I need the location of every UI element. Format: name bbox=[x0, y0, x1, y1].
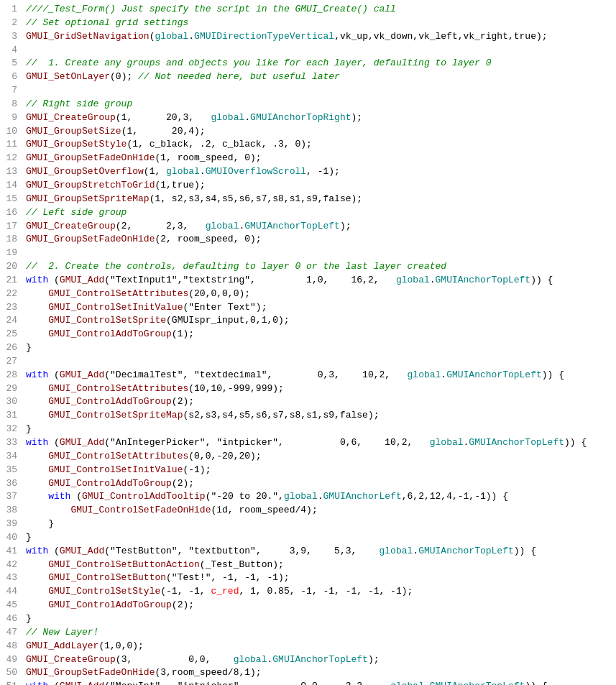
code-token: global bbox=[408, 369, 441, 380]
code-token: 2. Create the controls, defaulting to la… bbox=[42, 261, 446, 272]
code-line: 6GMUI_SetOnLayer(0); // Not needed here,… bbox=[0, 70, 616, 84]
code-token: (1, 20,4); bbox=[121, 126, 206, 137]
code-token: with bbox=[26, 369, 48, 380]
code-token: GMUI_GridSetNavigation bbox=[26, 31, 150, 42]
line-number: 10 bbox=[6, 125, 26, 139]
line-content: GMUI_ControlSetInitValue("Enter Text"); bbox=[26, 301, 267, 315]
code-token: (0,0,-20,20); bbox=[188, 451, 261, 461]
code-line: 29 GMUI_ControlSetAttributes(10,10,-999,… bbox=[0, 382, 616, 396]
code-token: GMUI_ControlSetFadeOnHide bbox=[26, 505, 211, 515]
code-token: (1); bbox=[172, 328, 194, 339]
code-line: 28with (GMUI_Add("DecimalTest", "textdec… bbox=[0, 369, 616, 382]
code-token: GMUI_ControlSetSprite bbox=[26, 315, 166, 326]
line-content: GMUI_GroupSetFadeOnHide(1, room_speed, 0… bbox=[26, 152, 262, 165]
line-number: 21 bbox=[6, 274, 26, 288]
code-token: GMUI_ControlSetStyle bbox=[26, 586, 160, 597]
code-token: GMUI_ControlSetInitValue bbox=[26, 302, 183, 313]
code-token: GMUI_Add bbox=[60, 275, 104, 285]
code-line: 50GMUI_GroupSetFadeOnHide(3,room_speed/8… bbox=[0, 666, 616, 680]
line-content: with (GMUI_Add("TestButton", "textbutton… bbox=[26, 545, 536, 558]
code-token: global bbox=[390, 681, 424, 685]
code-token bbox=[26, 491, 48, 502]
code-token: (0); bbox=[110, 71, 138, 82]
code-token: )) { bbox=[525, 681, 547, 685]
code-token: with bbox=[26, 546, 48, 556]
line-number: 19 bbox=[6, 247, 26, 260]
code-token: global bbox=[155, 31, 188, 42]
code-token: Just specify the script in the GMUI_Crea… bbox=[116, 4, 396, 14]
line-number: 24 bbox=[6, 314, 26, 328]
code-token: (id, room_speed/4); bbox=[211, 505, 317, 515]
line-number: 4 bbox=[6, 44, 26, 58]
code-token: GMUI_GroupSetSpriteMap bbox=[26, 193, 150, 204]
code-token: GMUIAnchorTopLeft bbox=[436, 275, 531, 285]
code-token: (3, 0,0, bbox=[116, 654, 234, 665]
code-token: (1, 20,3, bbox=[116, 112, 211, 123]
line-content: // 1. Create any groups and objects you … bbox=[26, 57, 492, 70]
code-token: GMUI_Add bbox=[60, 546, 104, 556]
code-line: 36 GMUI_ControlAddToGroup(2); bbox=[0, 477, 616, 491]
code-line: 34 GMUI_ControlSetAttributes(0,0,-20,20)… bbox=[0, 450, 616, 464]
line-content: GMUI_GroupSetStyle(1, c_black, .2, c_bla… bbox=[26, 138, 312, 152]
code-token: GMUIOverflowScroll bbox=[206, 166, 306, 177]
code-line: 11GMUI_GroupSetStyle(1, c_black, .2, c_b… bbox=[0, 138, 616, 152]
code-token: global bbox=[430, 437, 464, 448]
line-number: 13 bbox=[6, 165, 26, 179]
line-number: 41 bbox=[6, 545, 26, 558]
code-line: 10GMUI_GroupSetSize(1, 20,4); bbox=[0, 125, 616, 139]
line-number: 15 bbox=[6, 193, 26, 206]
line-content: // Left side group bbox=[26, 206, 127, 220]
line-number: 43 bbox=[6, 571, 26, 585]
code-line: 12GMUI_GroupSetFadeOnHide(1, room_speed,… bbox=[0, 152, 616, 165]
code-token: global bbox=[211, 112, 244, 123]
code-token: GMUI_GroupSetFadeOnHide bbox=[26, 152, 155, 163]
line-content: with (GMUI_Add("DecimalTest", "textdecim… bbox=[26, 369, 564, 382]
code-line: 43 GMUI_ControlSetButton("Test!", -1, -1… bbox=[0, 571, 616, 585]
code-token: GMUI_ControlSetAttributes bbox=[26, 288, 188, 299]
code-line: 16// Left side group bbox=[0, 206, 616, 220]
code-token: GMUI_ControlSetAttributes bbox=[26, 451, 188, 461]
line-number: 50 bbox=[6, 666, 26, 680]
line-content: GMUI_CreateGroup(3, 0,0, global.GMUIAnch… bbox=[26, 653, 380, 667]
code-line: 21with (GMUI_Add("TextInput1","textstrin… bbox=[0, 274, 616, 288]
code-token: //// bbox=[26, 4, 48, 14]
code-token: GMUI_Add bbox=[60, 369, 104, 380]
line-content: GMUI_ControlSetSprite(GMUIspr_input,0,1,… bbox=[26, 314, 290, 328]
line-content: // Right side group bbox=[26, 98, 132, 111]
line-number: 3 bbox=[6, 30, 26, 44]
line-number: 17 bbox=[6, 220, 26, 234]
line-content: GMUI_ControlSetSpriteMap(s2,s3,s4,s5,s6,… bbox=[26, 409, 379, 423]
line-number: 32 bbox=[6, 423, 26, 436]
code-line: 14GMUI_GroupStretchToGrid(1,true); bbox=[0, 179, 616, 193]
code-token: . bbox=[413, 546, 418, 556]
code-token: (s2,s3,s4,s5,s6,s7,s8,s1,s9,false); bbox=[183, 410, 379, 420]
code-token: GMUI_GroupSetFadeOnHide bbox=[26, 234, 155, 244]
code-token: with bbox=[26, 275, 48, 285]
line-number: 26 bbox=[6, 341, 26, 355]
line-content: GMUI_GroupStretchToGrid(1,true); bbox=[26, 179, 206, 193]
code-token: GMUIDirectionTypeVertical bbox=[194, 31, 334, 42]
code-line: 51with (GMUI_Add("MenuInt", "intpicker",… bbox=[0, 680, 616, 685]
code-line: 8// Right side group bbox=[0, 98, 616, 111]
line-number: 11 bbox=[6, 138, 26, 152]
line-content: GMUI_ControlAddToGroup(2); bbox=[26, 599, 194, 612]
code-line: 35 GMUI_ControlSetInitValue(-1); bbox=[0, 464, 616, 477]
code-token: GMUIAnchorTopLeft bbox=[272, 654, 368, 665]
code-token: (10,10,-999,999); bbox=[188, 383, 284, 394]
code-token: ( bbox=[70, 491, 82, 502]
line-content: } bbox=[26, 612, 32, 626]
line-number: 29 bbox=[6, 382, 26, 396]
code-line: 5// 1. Create any groups and objects you… bbox=[0, 57, 616, 70]
code-line: 25 GMUI_ControlAddToGroup(1); bbox=[0, 328, 616, 341]
code-token: // Right side group bbox=[26, 98, 132, 109]
code-token: } bbox=[26, 532, 32, 543]
code-token: . bbox=[441, 369, 446, 380]
code-line: 2// Set optional grid settings bbox=[0, 17, 616, 30]
code-token: GMUI_ControlAddToGroup bbox=[26, 478, 172, 489]
code-token: ,6,2,12,4,-1,-1)) { bbox=[402, 491, 508, 502]
code-token: // Left side group bbox=[26, 207, 127, 218]
line-content: GMUI_ControlSetButton("Test!", -1, -1, -… bbox=[26, 571, 290, 585]
line-content: GMUI_GroupSetSpriteMap(1, s2,s3,s4,s5,s6… bbox=[26, 193, 362, 206]
line-content: // New Layer! bbox=[26, 626, 98, 640]
code-token: GMUI_CreateGroup bbox=[26, 654, 116, 665]
